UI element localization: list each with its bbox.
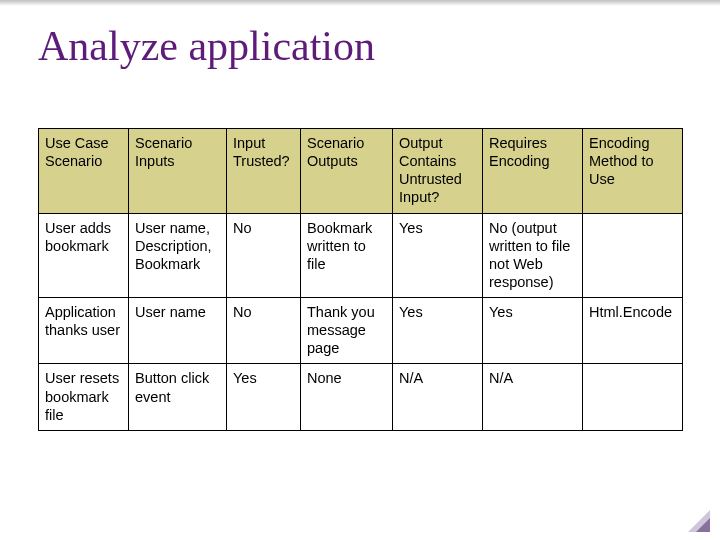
cell-inputs: User name (129, 298, 227, 364)
cell-use-case: Application thanks user (39, 298, 129, 364)
cell-inputs: User name, Description, Bookmark (129, 213, 227, 298)
cell-trusted: No (227, 298, 301, 364)
col-requires: Requires Encoding (483, 129, 583, 214)
col-outputs: Scenario Outputs (301, 129, 393, 214)
table-row: User resets bookmark file Button click e… (39, 364, 683, 430)
cell-requires: No (output written to file not Web respo… (483, 213, 583, 298)
col-trusted: Input Trusted? (227, 129, 301, 214)
analysis-table: Use Case Scenario Scenario Inputs Input … (38, 128, 683, 431)
col-method: Encoding Method to Use (583, 129, 683, 214)
cell-method (583, 213, 683, 298)
cell-requires: N/A (483, 364, 583, 430)
cell-method: Html.Encode (583, 298, 683, 364)
cell-untrusted: Yes (393, 298, 483, 364)
col-use-case: Use Case Scenario (39, 129, 129, 214)
cell-use-case: User adds bookmark (39, 213, 129, 298)
cell-trusted: Yes (227, 364, 301, 430)
cell-use-case: User resets bookmark file (39, 364, 129, 430)
col-untrusted: Output Contains Untrusted Input? (393, 129, 483, 214)
corner-fold-icon (688, 510, 710, 532)
page-title: Analyze application (38, 22, 375, 70)
table-header-row: Use Case Scenario Scenario Inputs Input … (39, 129, 683, 214)
analysis-table-wrap: Use Case Scenario Scenario Inputs Input … (38, 128, 682, 431)
table-row: User adds bookmark User name, Descriptio… (39, 213, 683, 298)
cell-outputs: None (301, 364, 393, 430)
cell-inputs: Button click event (129, 364, 227, 430)
top-shadow (0, 0, 720, 6)
cell-requires: Yes (483, 298, 583, 364)
cell-method (583, 364, 683, 430)
cell-outputs: Thank you message page (301, 298, 393, 364)
slide: Analyze application Use Case Scenario Sc… (0, 0, 720, 540)
table-row: Application thanks user User name No Tha… (39, 298, 683, 364)
cell-untrusted: Yes (393, 213, 483, 298)
cell-untrusted: N/A (393, 364, 483, 430)
cell-trusted: No (227, 213, 301, 298)
col-inputs: Scenario Inputs (129, 129, 227, 214)
cell-outputs: Bookmark written to file (301, 213, 393, 298)
